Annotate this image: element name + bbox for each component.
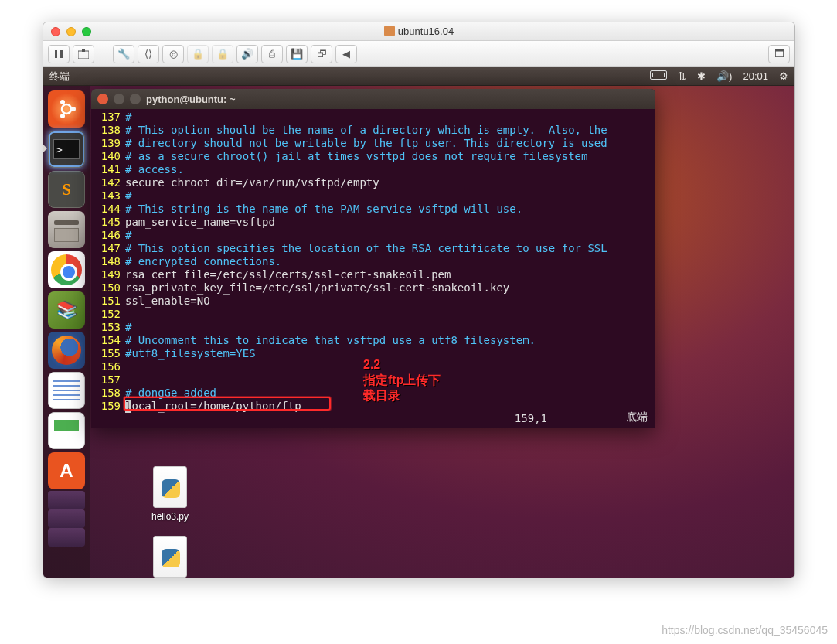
mac-titlebar: ubuntu16.04: [43, 22, 794, 41]
usb-icon[interactable]: ⎙: [261, 45, 283, 63]
maximize-icon[interactable]: [130, 94, 141, 104]
guest-desktop: 终端 ⇅ ✱ 🔊) 20:01 ⚙ >_ S 📚: [43, 67, 794, 578]
desktop-file[interactable]: hello3.py: [151, 466, 189, 522]
hdd-icon[interactable]: 🔒: [187, 45, 209, 63]
sublime-launcher-icon[interactable]: S: [48, 171, 85, 208]
link-icon[interactable]: ⟨⟩: [138, 45, 159, 63]
vm-title: ubuntu16.04: [43, 26, 794, 37]
bluetooth-indicator-icon[interactable]: ✱: [697, 70, 706, 82]
volume-indicator-icon[interactable]: 🔊): [716, 70, 732, 82]
close-icon[interactable]: [97, 94, 108, 104]
vm-icon: [384, 26, 395, 36]
snapshot-button[interactable]: [73, 45, 94, 63]
svg-rect-0: [55, 50, 57, 58]
cdrom-icon[interactable]: ◎: [162, 45, 184, 63]
active-app-label: 终端: [49, 70, 70, 83]
firefox-launcher-icon[interactable]: [48, 332, 85, 369]
clock[interactable]: 20:01: [743, 70, 768, 82]
hdd2-icon[interactable]: 🔒: [212, 45, 233, 63]
ubuntu-topbar: 终端 ⇅ ✱ 🔊) 20:01 ⚙: [43, 67, 794, 86]
fullscreen-button[interactable]: 🗖: [768, 45, 790, 63]
files-launcher-icon[interactable]: [48, 211, 85, 248]
software-launcher-icon[interactable]: [48, 452, 85, 489]
watermark: https://blog.csdn.net/qq_35456045: [662, 624, 828, 636]
calc-launcher-icon[interactable]: [48, 412, 85, 449]
vm-window: ubuntu16.04 🔧 ⟨⟩ ◎ 🔒 🔒 🔊 ⎙ 💾 🗗 ◀ 🗖 终端 ⇅ …: [43, 22, 795, 578]
gear-icon[interactable]: ⚙: [779, 70, 788, 82]
terminal-titlebar[interactable]: python@ubuntu: ~: [91, 89, 655, 109]
vm-toolbar: 🔧 ⟨⟩ ◎ 🔒 🔒 🔊 ⎙ 💾 🗗 ◀ 🗖: [43, 41, 794, 67]
annotation-text: 2.2 指定ftp上传下 载目录: [363, 357, 441, 404]
svg-rect-2: [78, 51, 89, 59]
keyboard-indicator-icon[interactable]: [650, 70, 667, 82]
refresh-icon[interactable]: 🗗: [311, 45, 332, 63]
svg-point-6: [60, 100, 65, 104]
minimize-icon[interactable]: [114, 94, 124, 104]
svg-point-7: [60, 114, 65, 118]
file-label: hello3.py: [151, 511, 189, 522]
svg-rect-3: [82, 49, 85, 52]
svg-point-5: [71, 107, 76, 111]
python-file-icon: [153, 536, 187, 578]
books-launcher-icon[interactable]: 📚: [48, 291, 85, 329]
svg-rect-1: [60, 50, 63, 58]
network-indicator-icon[interactable]: ⇅: [678, 70, 686, 82]
unity-launcher: >_ S 📚: [43, 86, 90, 578]
terminal-window: python@ubuntu: ~ 137#138# This option sh…: [91, 89, 655, 428]
desktop-file[interactable]: hello4.py: [151, 536, 189, 578]
back-icon[interactable]: ◀: [335, 45, 357, 63]
sound-icon[interactable]: 🔊: [236, 45, 258, 63]
launcher-stack-icon[interactable]: [48, 528, 85, 547]
chrome-launcher-icon[interactable]: [48, 251, 85, 288]
cursor-position: 159,1: [515, 412, 547, 424]
pause-button[interactable]: [48, 45, 70, 63]
python-file-icon: [153, 466, 187, 508]
launcher-stack-icon[interactable]: [48, 491, 85, 509]
dash-icon[interactable]: [48, 90, 85, 128]
svg-point-4: [62, 104, 71, 114]
terminal-launcher-icon[interactable]: >_: [48, 131, 85, 168]
vim-mode: 底端: [626, 411, 648, 424]
writer-launcher-icon[interactable]: [48, 372, 85, 409]
launcher-stack-icon[interactable]: [48, 509, 85, 528]
floppy-icon[interactable]: 💾: [286, 45, 308, 63]
wrench-icon[interactable]: 🔧: [113, 45, 134, 63]
terminal-title: python@ubuntu: ~: [146, 94, 236, 105]
